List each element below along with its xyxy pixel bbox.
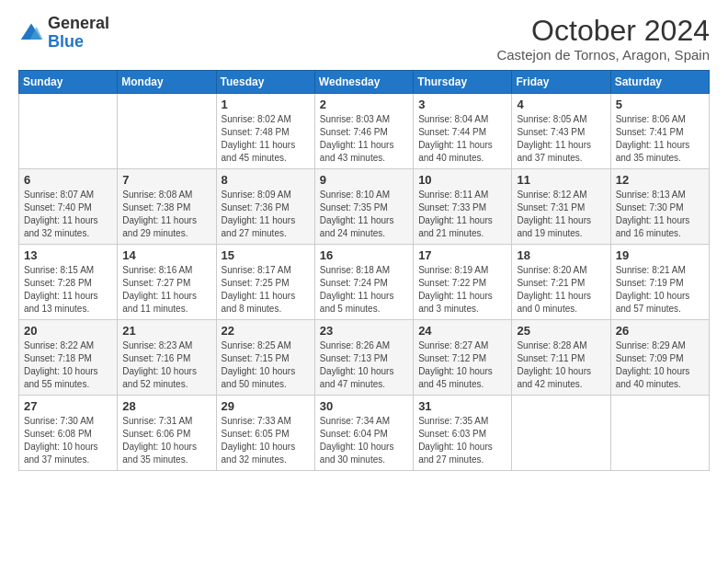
day-info: Sunrise: 8:20 AM Sunset: 7:21 PM Dayligh…: [517, 264, 605, 316]
day-info: Sunrise: 7:33 AM Sunset: 6:05 PM Dayligh…: [222, 415, 310, 466]
day-info: Sunrise: 7:31 AM Sunset: 6:06 PM Dayligh…: [122, 415, 210, 466]
day-info: Sunrise: 8:21 AM Sunset: 7:19 PM Dayligh…: [616, 264, 704, 316]
day-info: Sunrise: 7:34 AM Sunset: 6:04 PM Dayligh…: [320, 415, 408, 466]
day-number: 13: [24, 248, 112, 262]
calendar-cell: [512, 396, 610, 471]
title-block: October 2024 Castejon de Tornos, Aragon,…: [496, 15, 710, 63]
day-number: 21: [122, 324, 210, 338]
day-number: 1: [222, 98, 310, 111]
weekday-header-sunday: Sunday: [19, 71, 118, 94]
weekday-header-monday: Monday: [118, 71, 216, 94]
day-info: Sunrise: 8:19 AM Sunset: 7:22 PM Dayligh…: [418, 264, 506, 316]
day-info: Sunrise: 8:17 AM Sunset: 7:25 PM Dayligh…: [222, 264, 310, 316]
day-number: 7: [122, 173, 210, 187]
page-container: General Blue October 2024 Castejon de To…: [0, 0, 728, 482]
day-info: Sunrise: 8:16 AM Sunset: 7:27 PM Dayligh…: [122, 264, 210, 316]
calendar-cell: 5Sunrise: 8:06 AM Sunset: 7:41 PM Daylig…: [610, 94, 709, 169]
calendar-cell: 26Sunrise: 8:29 AM Sunset: 7:09 PM Dayli…: [610, 320, 709, 396]
logo-general: General: [48, 14, 109, 32]
day-info: Sunrise: 8:13 AM Sunset: 7:30 PM Dayligh…: [616, 189, 704, 240]
calendar-table: SundayMondayTuesdayWednesdayThursdayFrid…: [18, 70, 710, 471]
day-info: Sunrise: 8:22 AM Sunset: 7:18 PM Dayligh…: [24, 339, 112, 391]
day-number: 16: [320, 248, 408, 262]
location-title: Castejon de Tornos, Aragon, Spain: [496, 47, 710, 63]
calendar-cell: 24Sunrise: 8:27 AM Sunset: 7:12 PM Dayli…: [414, 320, 512, 396]
day-number: 26: [616, 324, 704, 338]
calendar-cell: 13Sunrise: 8:15 AM Sunset: 7:28 PM Dayli…: [19, 245, 118, 320]
calendar-week-2: 6Sunrise: 8:07 AM Sunset: 7:40 PM Daylig…: [19, 169, 710, 245]
logo: General Blue: [18, 15, 109, 52]
day-info: Sunrise: 8:25 AM Sunset: 7:15 PM Dayligh…: [222, 339, 310, 391]
day-info: Sunrise: 7:35 AM Sunset: 6:03 PM Dayligh…: [418, 415, 506, 466]
calendar-cell: 16Sunrise: 8:18 AM Sunset: 7:24 PM Dayli…: [314, 245, 413, 320]
calendar-cell: 7Sunrise: 8:08 AM Sunset: 7:38 PM Daylig…: [118, 169, 216, 245]
day-info: Sunrise: 8:10 AM Sunset: 7:35 PM Dayligh…: [320, 189, 408, 240]
day-info: Sunrise: 8:04 AM Sunset: 7:44 PM Dayligh…: [418, 113, 506, 165]
calendar-cell: 27Sunrise: 7:30 AM Sunset: 6:08 PM Dayli…: [19, 396, 118, 471]
day-number: 23: [320, 324, 408, 338]
day-number: 25: [517, 324, 605, 338]
calendar-cell: 6Sunrise: 8:07 AM Sunset: 7:40 PM Daylig…: [19, 169, 118, 245]
day-info: Sunrise: 8:26 AM Sunset: 7:13 PM Dayligh…: [320, 339, 408, 391]
day-number: 17: [418, 248, 506, 262]
calendar-cell: 21Sunrise: 8:23 AM Sunset: 7:16 PM Dayli…: [118, 320, 216, 396]
calendar-cell: 25Sunrise: 8:28 AM Sunset: 7:11 PM Dayli…: [512, 320, 610, 396]
day-number: 15: [222, 248, 310, 262]
day-number: 30: [320, 399, 408, 413]
calendar-cell: 4Sunrise: 8:05 AM Sunset: 7:43 PM Daylig…: [512, 94, 610, 169]
calendar-cell: [19, 94, 118, 169]
page-header: General Blue October 2024 Castejon de To…: [18, 15, 710, 63]
calendar-cell: 30Sunrise: 7:34 AM Sunset: 6:04 PM Dayli…: [314, 396, 413, 471]
day-number: 12: [616, 173, 704, 187]
calendar-cell: 8Sunrise: 8:09 AM Sunset: 7:36 PM Daylig…: [216, 169, 314, 245]
day-number: 31: [418, 399, 506, 413]
weekday-header-tuesday: Tuesday: [216, 71, 314, 94]
day-info: Sunrise: 8:03 AM Sunset: 7:46 PM Dayligh…: [320, 113, 408, 165]
calendar-cell: 15Sunrise: 8:17 AM Sunset: 7:25 PM Dayli…: [216, 245, 314, 320]
day-number: 11: [517, 173, 605, 187]
weekday-header-saturday: Saturday: [610, 71, 709, 94]
day-number: 3: [418, 98, 506, 111]
day-number: 29: [222, 399, 310, 413]
day-number: 4: [517, 98, 605, 111]
day-number: 10: [418, 173, 506, 187]
day-number: 27: [24, 399, 112, 413]
day-info: Sunrise: 8:23 AM Sunset: 7:16 PM Dayligh…: [122, 339, 210, 391]
calendar-cell: 17Sunrise: 8:19 AM Sunset: 7:22 PM Dayli…: [414, 245, 512, 320]
day-info: Sunrise: 8:09 AM Sunset: 7:36 PM Dayligh…: [222, 189, 310, 240]
month-title: October 2024: [496, 15, 710, 47]
day-number: 8: [222, 173, 310, 187]
calendar-cell: 11Sunrise: 8:12 AM Sunset: 7:31 PM Dayli…: [512, 169, 610, 245]
day-number: 20: [24, 324, 112, 338]
day-info: Sunrise: 8:11 AM Sunset: 7:33 PM Dayligh…: [418, 189, 506, 240]
weekday-header-row: SundayMondayTuesdayWednesdayThursdayFrid…: [19, 71, 710, 94]
calendar-cell: [610, 396, 709, 471]
calendar-cell: 9Sunrise: 8:10 AM Sunset: 7:35 PM Daylig…: [314, 169, 413, 245]
day-number: 9: [320, 173, 408, 187]
day-info: Sunrise: 8:08 AM Sunset: 7:38 PM Dayligh…: [122, 189, 210, 240]
calendar-cell: 1Sunrise: 8:02 AM Sunset: 7:48 PM Daylig…: [216, 94, 314, 169]
calendar-cell: 2Sunrise: 8:03 AM Sunset: 7:46 PM Daylig…: [314, 94, 413, 169]
calendar-week-3: 13Sunrise: 8:15 AM Sunset: 7:28 PM Dayli…: [19, 245, 710, 320]
day-number: 2: [320, 98, 408, 111]
weekday-header-friday: Friday: [512, 71, 610, 94]
day-number: 24: [418, 324, 506, 338]
calendar-cell: [118, 94, 216, 169]
calendar-cell: 20Sunrise: 8:22 AM Sunset: 7:18 PM Dayli…: [19, 320, 118, 396]
day-info: Sunrise: 8:29 AM Sunset: 7:09 PM Dayligh…: [616, 339, 704, 391]
calendar-cell: 29Sunrise: 7:33 AM Sunset: 6:05 PM Dayli…: [216, 396, 314, 471]
day-info: Sunrise: 8:27 AM Sunset: 7:12 PM Dayligh…: [418, 339, 506, 391]
day-info: Sunrise: 8:02 AM Sunset: 7:48 PM Dayligh…: [222, 113, 310, 165]
day-info: Sunrise: 8:07 AM Sunset: 7:40 PM Dayligh…: [24, 189, 112, 240]
logo-icon: [18, 20, 44, 46]
calendar-cell: 12Sunrise: 8:13 AM Sunset: 7:30 PM Dayli…: [610, 169, 709, 245]
calendar-week-5: 27Sunrise: 7:30 AM Sunset: 6:08 PM Dayli…: [19, 396, 710, 471]
calendar-cell: 14Sunrise: 8:16 AM Sunset: 7:27 PM Dayli…: [118, 245, 216, 320]
day-number: 28: [122, 399, 210, 413]
day-info: Sunrise: 8:12 AM Sunset: 7:31 PM Dayligh…: [517, 189, 605, 240]
day-info: Sunrise: 8:06 AM Sunset: 7:41 PM Dayligh…: [616, 113, 704, 165]
calendar-week-1: 1Sunrise: 8:02 AM Sunset: 7:48 PM Daylig…: [19, 94, 710, 169]
day-info: Sunrise: 8:18 AM Sunset: 7:24 PM Dayligh…: [320, 264, 408, 316]
logo-blue: Blue: [48, 32, 84, 51]
day-info: Sunrise: 8:28 AM Sunset: 7:11 PM Dayligh…: [517, 339, 605, 391]
